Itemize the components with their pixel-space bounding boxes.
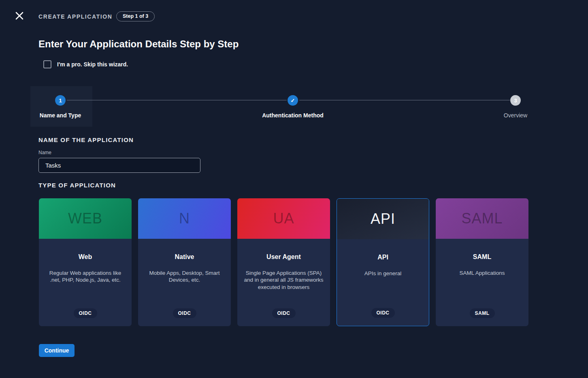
close-icon [15, 11, 24, 20]
card-header: N [138, 198, 231, 239]
application-name-input[interactable] [38, 158, 200, 173]
step-label-overview: Overview [471, 112, 560, 119]
step-circle-name-and-type: 1 [55, 95, 66, 106]
continue-button[interactable]: Continue [39, 344, 75, 357]
card-header-letters: SAML [461, 210, 503, 227]
close-button[interactable] [15, 11, 24, 21]
card-description: Regular Web applications like .net, PHP,… [44, 270, 126, 284]
card-header-letters: WEB [68, 210, 102, 227]
card-description: SAML Applications [441, 270, 523, 276]
protocol-badge: OIDC [272, 308, 296, 318]
app-type-card-native[interactable]: N Native Mobile Apps, Desktop, Smart Dev… [138, 198, 231, 326]
card-title: User Agent [237, 253, 330, 261]
type-section-heading: TYPE OF APPLICATION [38, 182, 116, 189]
stepper-connector [299, 100, 510, 100]
card-title: Web [39, 253, 132, 261]
card-header: SAML [436, 198, 528, 239]
wizard-heading: Enter Your Application Details Step by S… [38, 38, 239, 50]
check-icon: ✓ [291, 98, 295, 104]
card-title: Native [138, 253, 231, 261]
card-header-letters: UA [273, 210, 294, 227]
card-header-letters: API [371, 210, 395, 227]
card-title: SAML [436, 253, 528, 261]
card-header: WEB [39, 198, 132, 239]
step-number: 1 [59, 98, 62, 104]
step-circle-authentication-method: ✓ [288, 95, 298, 106]
protocol-badge: OIDC [173, 308, 196, 318]
active-step-highlight [30, 86, 92, 127]
skip-wizard-label[interactable]: I'm a pro. Skip this wizard. [57, 61, 128, 68]
card-description: Single Page Applications (SPA) and in ge… [243, 270, 325, 291]
application-type-cards: WEB Web Regular Web applications like .n… [39, 198, 528, 326]
card-header: UA [237, 198, 330, 239]
page-title: CREATE APPLICATION [38, 13, 113, 20]
app-type-card-user-agent[interactable]: UA User Agent Single Page Applications (… [237, 198, 330, 326]
stepper: 1 ✓ 3 Name and Type Authentication Metho… [0, 86, 588, 127]
protocol-badge: OIDC [74, 308, 97, 318]
card-description: Mobile Apps, Desktop, Smart Devices, etc… [143, 270, 226, 284]
stepper-connector [67, 100, 287, 100]
card-title: API [337, 254, 429, 261]
skip-wizard-checkbox[interactable] [43, 60, 51, 68]
skip-wizard-row: I'm a pro. Skip this wizard. [43, 60, 128, 68]
name-field-label: Name [38, 150, 51, 155]
step-circle-overview: 3 [510, 95, 521, 106]
card-header: API [337, 199, 429, 239]
name-section-heading: NAME OF THE APPLICATION [38, 136, 134, 143]
create-application-wizard: CREATE APPLICATION Step 1 of 3 Enter You… [0, 0, 588, 378]
protocol-badge: OIDC [371, 308, 395, 318]
card-header-letters: N [179, 210, 190, 227]
app-type-card-web[interactable]: WEB Web Regular Web applications like .n… [39, 198, 132, 326]
step-indicator-badge: Step 1 of 3 [116, 11, 155, 21]
step-label-name-and-type: Name and Type [16, 112, 105, 119]
protocol-badge: SAML [470, 308, 495, 318]
step-label-authentication-method: Authentication Method [248, 112, 337, 119]
app-type-card-saml[interactable]: SAML SAML SAML Applications SAML [436, 198, 528, 326]
app-type-card-api[interactable]: API API APIs in general OIDC [337, 198, 429, 326]
card-description: APIs in general [342, 270, 424, 277]
step-number: 3 [514, 98, 517, 104]
